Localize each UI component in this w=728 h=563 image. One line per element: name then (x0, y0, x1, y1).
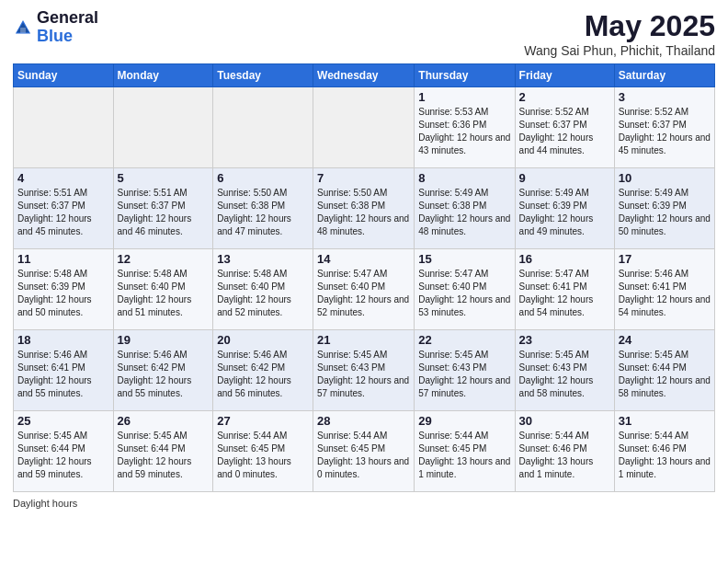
day-header-thursday: Thursday (415, 64, 515, 87)
logo: General Blue (13, 9, 98, 46)
calendar-cell: 20Sunrise: 5:46 AMSunset: 6:42 PMDayligh… (213, 330, 313, 411)
day-info: Sunrise: 5:44 AMSunset: 6:46 PMDaylight:… (619, 430, 711, 481)
day-number: 18 (17, 333, 109, 347)
calendar-cell: 21Sunrise: 5:45 AMSunset: 6:43 PMDayligh… (313, 330, 415, 411)
day-number: 14 (317, 252, 410, 266)
day-number: 25 (17, 414, 109, 428)
day-info: Sunrise: 5:47 AMSunset: 6:40 PMDaylight:… (317, 268, 410, 319)
logo-icon (13, 17, 33, 38)
calendar-cell: 29Sunrise: 5:44 AMSunset: 6:45 PMDayligh… (415, 411, 515, 492)
day-info: Sunrise: 5:45 AMSunset: 6:43 PMDaylight:… (317, 349, 410, 400)
day-info: Sunrise: 5:50 AMSunset: 6:38 PMDaylight:… (317, 187, 410, 238)
day-number: 24 (619, 333, 711, 347)
calendar-cell: 19Sunrise: 5:46 AMSunset: 6:42 PMDayligh… (113, 330, 213, 411)
calendar-body: 1Sunrise: 5:53 AMSunset: 6:36 PMDaylight… (14, 87, 715, 492)
day-info: Sunrise: 5:45 AMSunset: 6:43 PMDaylight:… (418, 349, 510, 400)
calendar-cell: 5Sunrise: 5:51 AMSunset: 6:37 PMDaylight… (113, 168, 213, 249)
day-number: 10 (619, 171, 711, 185)
day-number: 5 (118, 171, 210, 185)
day-info: Sunrise: 5:51 AMSunset: 6:37 PMDaylight:… (118, 187, 210, 238)
calendar-cell: 11Sunrise: 5:48 AMSunset: 6:39 PMDayligh… (14, 249, 114, 330)
title-block: May 2025 Wang Sai Phun, Phichit, Thailan… (524, 9, 715, 58)
calendar-cell: 1Sunrise: 5:53 AMSunset: 6:36 PMDaylight… (415, 87, 515, 168)
day-number: 4 (17, 171, 109, 185)
calendar-cell: 7Sunrise: 5:50 AMSunset: 6:38 PMDaylight… (313, 168, 415, 249)
calendar-cell: 23Sunrise: 5:45 AMSunset: 6:43 PMDayligh… (515, 330, 614, 411)
footer: Daylight hours (13, 498, 715, 509)
day-number: 31 (619, 414, 711, 428)
day-info: Sunrise: 5:52 AMSunset: 6:37 PMDaylight:… (619, 106, 711, 157)
day-info: Sunrise: 5:44 AMSunset: 6:45 PMDaylight:… (317, 430, 410, 481)
day-info: Sunrise: 5:44 AMSunset: 6:46 PMDaylight:… (519, 430, 610, 481)
calendar-cell: 8Sunrise: 5:49 AMSunset: 6:38 PMDaylight… (415, 168, 515, 249)
day-info: Sunrise: 5:47 AMSunset: 6:41 PMDaylight:… (519, 268, 610, 319)
calendar-cell: 2Sunrise: 5:52 AMSunset: 6:37 PMDaylight… (515, 87, 614, 168)
page: General Blue May 2025 Wang Sai Phun, Phi… (0, 0, 728, 563)
day-header-wednesday: Wednesday (313, 64, 415, 87)
day-info: Sunrise: 5:45 AMSunset: 6:44 PMDaylight:… (17, 430, 109, 481)
day-number: 13 (217, 252, 309, 266)
calendar-cell: 28Sunrise: 5:44 AMSunset: 6:45 PMDayligh… (313, 411, 415, 492)
day-header-saturday: Saturday (614, 64, 714, 87)
calendar-cell: 25Sunrise: 5:45 AMSunset: 6:44 PMDayligh… (14, 411, 114, 492)
day-info: Sunrise: 5:52 AMSunset: 6:37 PMDaylight:… (519, 106, 610, 157)
day-number: 23 (519, 333, 610, 347)
day-number: 29 (418, 414, 510, 428)
calendar-cell: 27Sunrise: 5:44 AMSunset: 6:45 PMDayligh… (213, 411, 313, 492)
footer-text: Daylight hours (13, 498, 77, 509)
day-number: 20 (217, 333, 309, 347)
day-header-tuesday: Tuesday (213, 64, 313, 87)
calendar-cell: 4Sunrise: 5:51 AMSunset: 6:37 PMDaylight… (14, 168, 114, 249)
day-number: 26 (118, 414, 210, 428)
day-info: Sunrise: 5:49 AMSunset: 6:39 PMDaylight:… (619, 187, 711, 238)
day-info: Sunrise: 5:53 AMSunset: 6:36 PMDaylight:… (418, 106, 510, 157)
day-info: Sunrise: 5:45 AMSunset: 6:43 PMDaylight:… (519, 349, 610, 400)
day-header-monday: Monday (113, 64, 213, 87)
logo-general: General (37, 8, 98, 27)
svg-rect-2 (20, 28, 26, 33)
day-info: Sunrise: 5:44 AMSunset: 6:45 PMDaylight:… (418, 430, 510, 481)
day-number: 16 (519, 252, 610, 266)
day-number: 15 (418, 252, 510, 266)
calendar-cell: 15Sunrise: 5:47 AMSunset: 6:40 PMDayligh… (415, 249, 515, 330)
calendar-cell: 16Sunrise: 5:47 AMSunset: 6:41 PMDayligh… (515, 249, 614, 330)
day-number: 7 (317, 171, 410, 185)
day-number: 22 (418, 333, 510, 347)
week-row-2: 4Sunrise: 5:51 AMSunset: 6:37 PMDaylight… (14, 168, 715, 249)
day-number: 21 (317, 333, 410, 347)
calendar-cell: 30Sunrise: 5:44 AMSunset: 6:46 PMDayligh… (515, 411, 614, 492)
logo-text: General Blue (37, 9, 98, 46)
day-number: 6 (217, 171, 309, 185)
calendar-cell: 13Sunrise: 5:48 AMSunset: 6:40 PMDayligh… (213, 249, 313, 330)
calendar-cell: 10Sunrise: 5:49 AMSunset: 6:39 PMDayligh… (614, 168, 714, 249)
logo-blue: Blue (37, 27, 73, 45)
day-number: 2 (519, 90, 610, 104)
day-info: Sunrise: 5:48 AMSunset: 6:39 PMDaylight:… (17, 268, 109, 319)
calendar-cell: 14Sunrise: 5:47 AMSunset: 6:40 PMDayligh… (313, 249, 415, 330)
day-header-sunday: Sunday (14, 64, 114, 87)
calendar-cell: 22Sunrise: 5:45 AMSunset: 6:43 PMDayligh… (415, 330, 515, 411)
day-number: 3 (619, 90, 711, 104)
days-header-row: SundayMondayTuesdayWednesdayThursdayFrid… (14, 64, 715, 87)
week-row-5: 25Sunrise: 5:45 AMSunset: 6:44 PMDayligh… (14, 411, 715, 492)
day-number: 17 (619, 252, 711, 266)
day-info: Sunrise: 5:46 AMSunset: 6:41 PMDaylight:… (17, 349, 109, 400)
month-title: May 2025 (524, 9, 715, 43)
week-row-3: 11Sunrise: 5:48 AMSunset: 6:39 PMDayligh… (14, 249, 715, 330)
location-subtitle: Wang Sai Phun, Phichit, Thailand (524, 43, 715, 58)
week-row-1: 1Sunrise: 5:53 AMSunset: 6:36 PMDaylight… (14, 87, 715, 168)
calendar-cell: 3Sunrise: 5:52 AMSunset: 6:37 PMDaylight… (614, 87, 714, 168)
calendar-cell: 6Sunrise: 5:50 AMSunset: 6:38 PMDaylight… (213, 168, 313, 249)
day-header-friday: Friday (515, 64, 614, 87)
day-info: Sunrise: 5:45 AMSunset: 6:44 PMDaylight:… (619, 349, 711, 400)
calendar-cell: 18Sunrise: 5:46 AMSunset: 6:41 PMDayligh… (14, 330, 114, 411)
calendar-cell: 24Sunrise: 5:45 AMSunset: 6:44 PMDayligh… (614, 330, 714, 411)
calendar-header: SundayMondayTuesdayWednesdayThursdayFrid… (14, 64, 715, 87)
day-info: Sunrise: 5:48 AMSunset: 6:40 PMDaylight:… (118, 268, 210, 319)
calendar-cell: 9Sunrise: 5:49 AMSunset: 6:39 PMDaylight… (515, 168, 614, 249)
day-info: Sunrise: 5:44 AMSunset: 6:45 PMDaylight:… (217, 430, 309, 481)
day-number: 30 (519, 414, 610, 428)
week-row-4: 18Sunrise: 5:46 AMSunset: 6:41 PMDayligh… (14, 330, 715, 411)
calendar-cell (14, 87, 114, 168)
day-info: Sunrise: 5:49 AMSunset: 6:38 PMDaylight:… (418, 187, 510, 238)
